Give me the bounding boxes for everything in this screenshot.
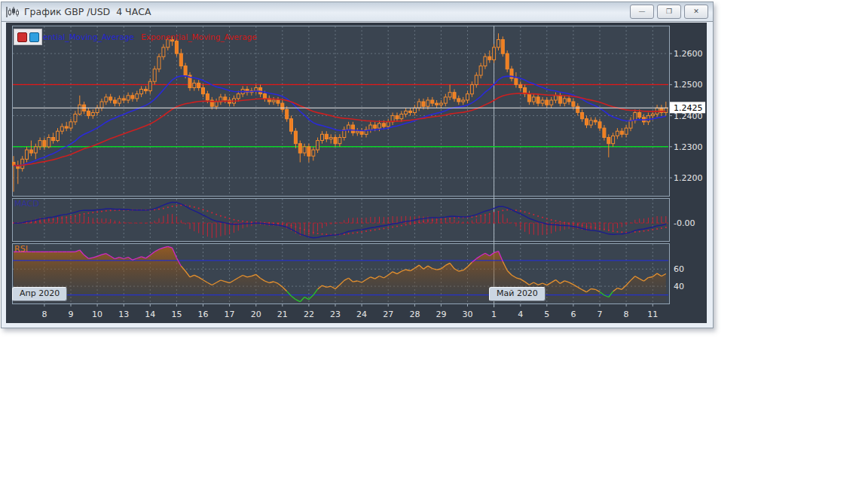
date-label: 16: [198, 310, 209, 319]
svg-text:60: 60: [674, 264, 684, 274]
date-label: 27: [383, 310, 393, 319]
indicator-legend: ential_Moving_Average Exponential_Moving…: [14, 29, 257, 45]
date-label: 17: [225, 310, 235, 319]
date-label: 8: [41, 310, 47, 319]
macd-panel-label: MACD: [14, 199, 39, 209]
date-label: 20: [251, 310, 261, 319]
date-label: 24: [356, 310, 367, 319]
date-label: 14: [145, 310, 155, 319]
svg-text:1.2500: 1.2500: [674, 80, 703, 90]
svg-text:1.2200: 1.2200: [674, 173, 703, 183]
desktop: График GBP /USD 4 ЧАСА — ❐ ✕ 1.26001.250…: [0, 0, 868, 488]
date-label: 10: [92, 310, 102, 319]
red-swatch-icon: [17, 32, 27, 42]
month-label-may: Май 2020: [489, 287, 546, 301]
svg-text:40: 40: [674, 282, 684, 291]
minimize-button[interactable]: —: [630, 5, 654, 19]
rsi-panel-label: RSI: [14, 244, 28, 254]
restore-button[interactable]: ❐: [657, 5, 681, 19]
date-label: 5: [544, 310, 549, 319]
price-axis: 1.26001.25001.24001.23001.22001.2425-0.0…: [669, 49, 705, 291]
date-label: 22: [304, 310, 314, 319]
window-controls: — ❐ ✕: [630, 5, 708, 19]
candlestick-chart-icon: [6, 6, 20, 18]
blue-swatch-icon: [29, 32, 39, 42]
date-label: 8: [624, 310, 629, 319]
main-panel: [13, 26, 670, 197]
chart-window: График GBP /USD 4 ЧАСА — ❐ ✕ 1.26001.250…: [1, 2, 714, 328]
month-label-april: Апр 2020: [12, 287, 67, 301]
svg-text:1.2600: 1.2600: [674, 49, 703, 59]
legend-ema-red: Exponential_Moving_Average: [141, 32, 257, 41]
chart-canvas: 1.26001.25001.24001.23001.22001.2425-0.0…: [6, 23, 707, 323]
date-label: 11: [647, 310, 658, 319]
date-label: 6: [570, 310, 576, 319]
window-titlebar[interactable]: График GBP /USD 4 ЧАСА — ❐ ✕: [2, 2, 713, 22]
date-label: 9: [69, 310, 74, 319]
window-title: График GBP /USD 4 ЧАСА: [24, 6, 151, 17]
date-label: 4: [518, 310, 523, 319]
date-label: 30: [463, 310, 473, 319]
macd-panel: [13, 199, 670, 242]
time-axis: 8910131415161720212223242728293014567811: [41, 303, 658, 319]
chart-client-area: 1.26001.25001.24001.23001.22001.2425-0.0…: [6, 23, 707, 323]
legend-swatch-box: [14, 29, 42, 45]
svg-text:1.2425: 1.2425: [674, 103, 703, 113]
legend-ema-blue: ential_Moving_Average: [43, 32, 134, 41]
date-label: 15: [171, 310, 182, 319]
date-label: 13: [118, 310, 129, 319]
date-label: 29: [436, 310, 446, 319]
date-label: 23: [330, 310, 341, 319]
svg-text:-0.00: -0.00: [674, 218, 695, 228]
date-label: 7: [598, 310, 603, 319]
svg-text:1.2300: 1.2300: [674, 142, 703, 152]
date-label: 1: [491, 310, 497, 319]
date-label: 21: [277, 310, 288, 319]
close-button[interactable]: ✕: [684, 5, 708, 19]
date-label: 28: [409, 310, 420, 319]
